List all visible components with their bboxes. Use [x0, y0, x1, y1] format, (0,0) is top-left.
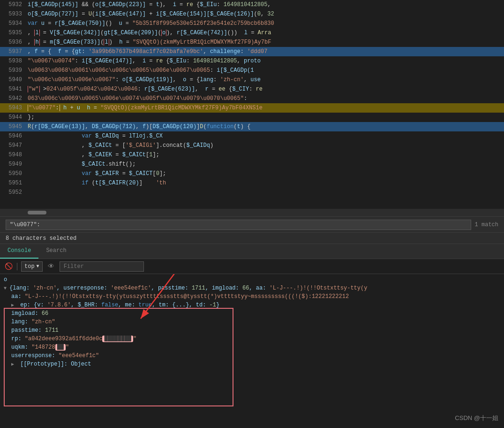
chevron-down-icon: ▼: [37, 264, 39, 269]
code-line-5940: 5940 "\u006c\u0061\u006e\u0067": o[$_CAG…: [0, 75, 504, 84]
console-passtime-line: passtime: 1711: [0, 327, 504, 335]
line-num-5947: 5947: [0, 142, 26, 149]
selection-status: 8 characters selected: [6, 235, 76, 242]
code-line-5944: 5944 };: [0, 113, 504, 122]
console-ep-line: ep: {v: '7.8.6', $_BHR: false, me: true,…: [0, 301, 504, 310]
line-num-5951: 5951: [0, 180, 26, 186]
line-content-5937: , f = { f = {gt: '3a99b6b7637b498ac1f7c0…: [26, 48, 504, 55]
line-content-5948: , $_CAIEK = $_CAICt[1];: [26, 152, 504, 158]
line-content-5939: \u0063\u0068\u0061\u006c\u006c\u0065\u00…: [26, 67, 504, 74]
code-line-5932: 5932 i[$_CAGDp(145)] && (o[$_CAGDp(223)]…: [0, 0, 504, 9]
console-tabs: Console Search: [0, 244, 504, 259]
line-num-5943: 5943: [0, 105, 26, 111]
console-toolbar: 🚫 top ▼ 👁: [0, 259, 504, 274]
code-line-5942: 5942 063\u006c\u0069\u0065\u006e\u0074\u…: [0, 94, 504, 103]
line-num-5946: 5946: [0, 133, 26, 139]
horizontal-scrollbar[interactable]: [0, 209, 504, 216]
line-content-5944: };: [26, 114, 504, 121]
line-num-5936: 5936: [0, 39, 26, 46]
line-num-5945: 5945: [0, 123, 26, 130]
line-num-5952: 5952: [0, 189, 26, 196]
code-line-5943: 5943 "\u0077": h + u h = "SVQQtO)(zkmMyL…: [0, 103, 504, 113]
console-aa-line: aa: "L-J---.!)!(!!Otstxttsy-tty(ytusszyt…: [0, 293, 504, 301]
code-editor: 5932 i[$_CAGDp(145)] && (o[$_CAGDp(223)]…: [0, 0, 504, 209]
scrollbar-thumb[interactable]: [28, 211, 46, 214]
console-imgload-line: imgload: 66: [0, 310, 504, 318]
line-num-5941: 5941: [0, 86, 26, 92]
status-bar: 8 characters selected: [0, 233, 504, 244]
line-content-5946: var $_CAIDq = lTloj.$_CX: [26, 133, 504, 139]
expand-object-arrow[interactable]: [4, 285, 9, 291]
code-line-5935: 5935 , l = V[$_CAGEe(342)](gt[$_CAGEe(20…: [0, 28, 504, 38]
context-label: top: [24, 263, 35, 270]
line-num-5949: 5949: [0, 161, 26, 168]
clear-console-button[interactable]: 🚫: [4, 262, 13, 271]
line-content-5940: "\u006c\u0061\u006e\u0067": o[$_CAGDp(11…: [26, 76, 504, 83]
line-num-5934: 5934: [0, 20, 26, 27]
filter-input[interactable]: [60, 261, 144, 272]
code-line-5933: 5933 o[$_CAGDp(727)] = U(i[$_CAGEe(147)]…: [0, 9, 504, 19]
line-content-5949: $_CAICt.shift();: [26, 161, 504, 168]
search-input[interactable]: [6, 220, 471, 230]
search-matches: 1 match: [475, 222, 498, 228]
expand-prototype-arrow[interactable]: [11, 361, 17, 367]
code-line-5946: 5946 var $_CAIDq = lTloj.$_CX: [0, 131, 504, 141]
object-preview-text: {lang: 'zh-cn', userresponse: 'eee54eef1…: [9, 285, 367, 291]
line-content-5945: R(r[D$_CAGEe(13)], D$_CAGDp(712), f)[D$_…: [26, 123, 504, 130]
line-num-5944: 5944: [0, 114, 26, 121]
line-num-5939: 5939: [0, 67, 26, 74]
code-line-5934: 5934 var u = r[$_CAGEe(750)]() u = "5b35…: [0, 19, 504, 28]
console-first-line: o: [0, 276, 504, 284]
code-line-5945: 5945 R(r[D$_CAGEe(13)], D$_CAGDp(712), f…: [0, 122, 504, 131]
console-output-o: o: [4, 276, 7, 283]
code-line-5949: 5949 $_CAICt.shift();: [0, 160, 504, 169]
toolbar-divider: [17, 263, 17, 270]
line-content-5938: "\u0067\u0074": i[$_CAGEe(147)], i = re …: [26, 58, 504, 64]
line-content-5941: "w" >024\u005f\u0042\u0042\u0046: r[$_CA…: [26, 86, 504, 92]
code-line-5952: 5952: [0, 188, 504, 197]
console-prototype-line: [[Prototype]]: Object: [0, 360, 504, 369]
line-num-5937: 5937: [0, 48, 26, 55]
context-selector[interactable]: top ▼: [21, 261, 43, 272]
line-num-5940: 5940: [0, 76, 26, 83]
line-content-5943: "\u0077": h + u h = "SVQQtO)(zkmMyLrtBR1…: [26, 105, 504, 111]
console-userresponse-line: userresponse: "eee54eef1c": [0, 352, 504, 360]
line-num-5938: 5938: [0, 58, 26, 64]
line-content-5947: , $_CAICt = ['$_CAIGi'].concat($_CAIDq): [26, 142, 504, 149]
expand-ep-arrow[interactable]: [11, 302, 17, 308]
line-content-5932: i[$_CAGDp(145)] && (o[$_CAGDp(223)] = t)…: [26, 1, 504, 8]
code-line-5948: 5948 , $_CAIEK = $_CAICt[1];: [0, 150, 504, 160]
line-num-5933: 5933: [0, 11, 26, 17]
code-line-5938: 5938 "\u0067\u0074": i[$_CAGEe(147)], i …: [0, 56, 504, 66]
line-content-5951: if (t[$_CAIFR(20)] 'th: [26, 180, 504, 186]
tab-search[interactable]: Search: [38, 244, 74, 259]
line-content-5950: var $_CAIFR = $_CAICT[0];: [26, 170, 504, 177]
watermark: CSDN @十一姐: [455, 414, 498, 422]
code-line-5939: 5939 \u0063\u0068\u0061\u006c\u006c\u006…: [0, 66, 504, 75]
line-content-5933: o[$_CAGDp(727)] = U(i[$_CAGEe(147)] + i[…: [26, 11, 504, 17]
line-num-5935: 5935: [0, 30, 26, 36]
line-content-5936: , h = m[$_CAGEe(733)](l) h = "SVQQtO)(zk…: [26, 39, 504, 46]
code-line-5936: 5936 , h = m[$_CAGEe(733)](l) h = "SVQQt…: [0, 38, 504, 47]
code-line-5951: 5951 if (t[$_CAIFR(20)] 'th: [0, 178, 504, 188]
line-content-5942: 063\u006c\u0069\u0065\u006e\u0074\u005f\…: [26, 95, 504, 102]
console-rp-line: rp: "a042deee9392a61f6dde0c████████": [0, 335, 504, 344]
code-line-5950: 5950 var $_CAIFR = $_CAICT[0];: [0, 169, 504, 178]
code-line-5941: 5941 "w" >024\u005f\u0042\u0042\u0046: r…: [0, 84, 504, 94]
tab-console[interactable]: Console: [0, 244, 38, 259]
code-line-5937: 5937 , f = { f = {gt: '3a99b6b7637b498ac…: [0, 47, 504, 56]
line-num-5932: 5932: [0, 1, 26, 8]
search-bar: 1 match: [0, 216, 504, 233]
code-line-5947: 5947 , $_CAICt = ['$_CAIGi'].concat($_CA…: [0, 141, 504, 150]
eye-icon-button[interactable]: 👁: [46, 262, 56, 271]
console-object-preview-line: {lang: 'zh-cn', userresponse: 'eee54eef1…: [0, 284, 504, 293]
code-editor-wrapper: 5932 i[$_CAGDp(145)] && (o[$_CAGDp(223)]…: [0, 0, 504, 428]
line-num-5942: 5942: [0, 95, 26, 102]
line-num-5950: 5950: [0, 170, 26, 177]
line-num-5948: 5948: [0, 152, 26, 158]
console-output: o {lang: 'zh-cn', userresponse: 'eee54ee…: [0, 274, 504, 428]
line-content-5934: var u = r[$_CAGEe(750)]() u = "5b351f8f9…: [26, 20, 504, 27]
console-lang-line: lang: "zh-cn": [0, 318, 504, 327]
console-uqkm-line: uqkm: "148728██": [0, 344, 504, 352]
line-content-5935: , l = V[$_CAGEe(342)](gt[$_CAGEe(209)](o…: [26, 30, 504, 36]
